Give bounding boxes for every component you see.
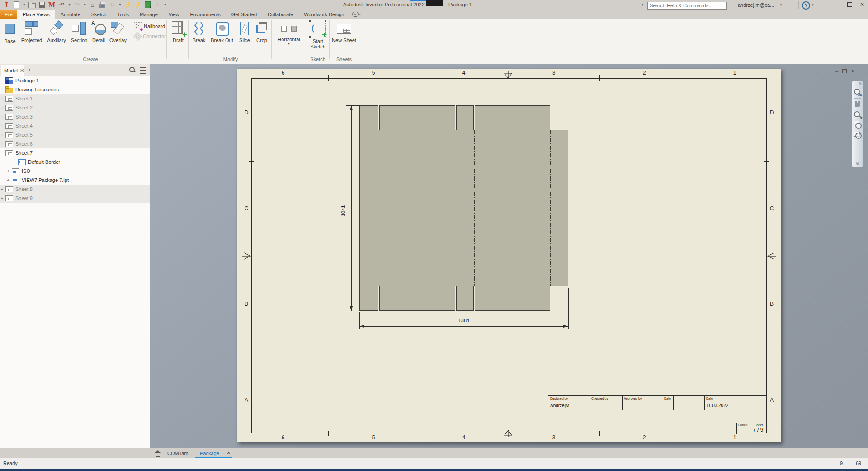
zoom-window-icon[interactable] [854, 131, 861, 138]
dimension-line-height[interactable] [351, 105, 352, 311]
browser-menu-icon[interactable] [140, 67, 146, 74]
browser-add-tab-icon[interactable]: + [28, 67, 32, 73]
view-top-flap[interactable] [379, 105, 455, 130]
doc-restore-icon[interactable] [842, 69, 847, 73]
help-dropdown-icon[interactable]: ▾ [812, 3, 814, 7]
expander-icon[interactable]: − [0, 151, 4, 156]
slice-button[interactable]: Slice [236, 20, 253, 55]
projected-button[interactable]: Projected [19, 20, 44, 55]
tree-item-default-border[interactable]: Default Border [0, 157, 162, 167]
title-block[interactable]: Designed by AndrzejM Checked by Approved… [548, 395, 767, 433]
dimension-height[interactable]: 1041 [340, 205, 346, 216]
tab-woodwork-design[interactable]: Woodwork Design [298, 10, 349, 19]
minimize-button[interactable]: – [832, 1, 842, 8]
view-top-tab[interactable] [456, 105, 474, 130]
tab-view[interactable]: View [163, 10, 185, 19]
tab-annotate[interactable]: Annotate [55, 10, 86, 19]
open-folder-icon[interactable] [28, 1, 36, 9]
view-bottom-tab[interactable] [359, 286, 378, 311]
help-search[interactable] [647, 1, 727, 9]
redo-dropdown-icon[interactable]: ▾ [83, 1, 87, 9]
doc-minimize-icon[interactable]: ‒ [835, 69, 838, 73]
expander-icon[interactable]: + [0, 114, 4, 119]
zoom-2d-icon[interactable]: 2D [854, 88, 861, 96]
start-sketch-button[interactable]: + StartSketch [307, 20, 328, 55]
tree-item-sheet9[interactable]: + Sheet:9 [0, 194, 150, 203]
new-dropdown-icon[interactable]: ▾ [22, 1, 26, 9]
expander-icon[interactable]: + [0, 187, 4, 192]
nailboard-button[interactable]: Nailboard [134, 22, 165, 30]
view-bottom-flap[interactable] [379, 286, 455, 311]
view-body[interactable] [359, 130, 568, 286]
tree-item-view7[interactable]: + VIEW7:Package 7.ipt [0, 176, 156, 185]
dimension-line-width[interactable] [359, 326, 568, 327]
tree-item-sheet7[interactable]: − Sheet:7 [0, 148, 150, 157]
view-bottom-flap[interactable] [475, 286, 550, 311]
expander-icon[interactable]: + [0, 87, 4, 92]
expander-icon[interactable]: + [6, 178, 10, 183]
navbar-more-icon[interactable]: ⊖ [856, 162, 859, 166]
markup-logo-icon[interactable]: M [47, 1, 56, 9]
new-sheet-button[interactable]: New Sheet [330, 20, 358, 55]
close-button[interactable]: ✕ [857, 1, 867, 8]
restore-button[interactable] [844, 1, 854, 8]
dimension-width[interactable]: 1384 [454, 318, 474, 323]
draft-button[interactable]: + Draft [168, 20, 188, 55]
tree-item-iso[interactable]: + ISO [0, 167, 156, 176]
horizontal-dropdown-icon[interactable]: ▼ [273, 42, 305, 46]
expander-icon[interactable]: + [0, 96, 4, 101]
expander-icon[interactable]: + [0, 105, 4, 110]
tree-item-package[interactable]: Package 1 [0, 76, 150, 85]
new-document-icon[interactable] [12, 1, 21, 9]
browser-tab-model[interactable]: Model ✕ [1, 65, 24, 76]
print-icon[interactable] [98, 1, 107, 9]
base-button[interactable]: Base [1, 20, 19, 55]
user-account[interactable]: andrzej.m@ca... [738, 2, 774, 8]
tree-item-sheet2[interactable]: + Sheet:2 [0, 103, 150, 112]
tab-collaborate[interactable]: Collaborate [262, 10, 298, 19]
tree-item-sheet6[interactable]: + Sheet:6 [0, 139, 150, 148]
tree-item-sheet3[interactable]: + Sheet:3 [0, 112, 150, 121]
expander-icon[interactable]: + [0, 133, 4, 138]
tree-item-sheet1[interactable]: + Sheet:1 [0, 94, 150, 103]
doc-tab-com[interactable]: COM.iam [163, 448, 193, 458]
search-input[interactable] [647, 2, 727, 10]
view-bottom-tab[interactable] [456, 286, 474, 311]
collapse-arrow-icon[interactable]: ▸ [642, 2, 644, 7]
home-icon[interactable]: ⌂ [88, 1, 97, 9]
expander-icon[interactable]: + [0, 124, 4, 128]
user-dropdown-icon[interactable]: ▾ [780, 3, 782, 7]
undo-dropdown-icon[interactable]: ▾ [67, 1, 71, 9]
tree-item-drawing-resources[interactable]: + Drawing Resources [0, 85, 150, 94]
help-icon[interactable]: ? [802, 1, 810, 10]
ribbon-display-toggle-icon[interactable]: ●▾ [349, 10, 363, 19]
update-dropdown-icon[interactable]: ▾ [118, 1, 122, 9]
tree-item-sheet8[interactable]: + Sheet:8 [0, 185, 150, 194]
auxiliary-button[interactable]: Auxiliary [44, 20, 69, 55]
home-tab-icon[interactable] [155, 450, 161, 456]
view-top-tab[interactable] [359, 105, 378, 130]
ilogic-trigger-icon[interactable]: ⚡ [123, 1, 132, 9]
inventor-logo-icon[interactable]: I [2, 1, 11, 9]
browser-tab-close-icon[interactable]: ✕ [20, 68, 24, 74]
break-button[interactable]: Break [190, 20, 208, 55]
tree-item-sheet4[interactable]: + Sheet:4 [0, 121, 150, 130]
break-out-button[interactable]: Break Out [208, 20, 236, 55]
overlay-button[interactable]: Overlay [108, 20, 128, 55]
pan-icon[interactable] [854, 101, 861, 109]
group-label-create[interactable]: Create [50, 57, 131, 62]
section-button[interactable]: Section [69, 20, 90, 55]
detail-button[interactable]: A Detail [90, 20, 108, 55]
navbar-close-icon[interactable]: ⊗ [858, 82, 862, 86]
qat-customize-icon[interactable]: ▾ [163, 1, 167, 9]
component-icon[interactable] [143, 1, 152, 9]
group-label-modify[interactable]: Modify [190, 57, 271, 62]
expander-icon[interactable]: + [0, 142, 4, 147]
group-label-sheets[interactable]: Sheets [325, 57, 363, 62]
undo-icon[interactable]: ↶ [57, 1, 66, 9]
horizontal-button[interactable]: Horizontal ▼ [273, 20, 305, 55]
zoom-icon[interactable]: ± [854, 111, 861, 119]
browser-search-icon[interactable] [129, 67, 135, 73]
view-top-flap[interactable] [475, 105, 550, 130]
tab-place-views[interactable]: Place Views [17, 10, 55, 19]
